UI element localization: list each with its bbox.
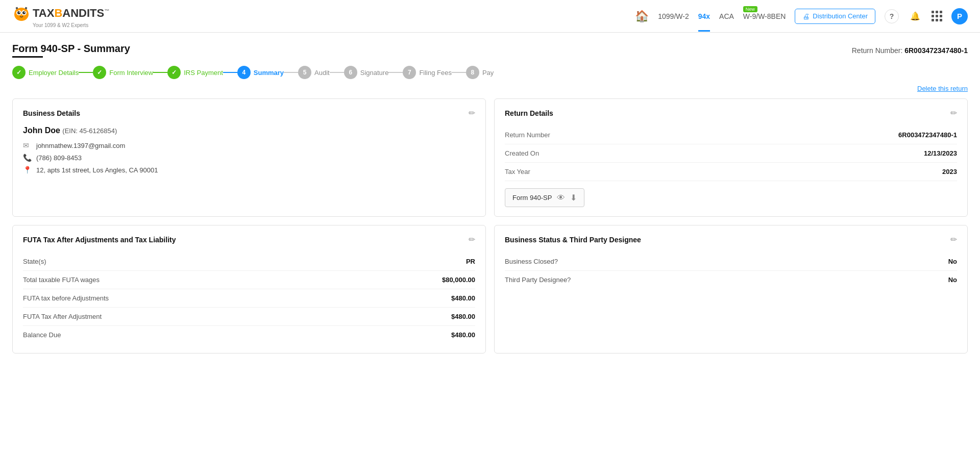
step-label-summary: Summary [254,69,284,77]
futa-row-2: FUTA tax before Adjustments $480.00 [23,289,475,308]
step-label-audit: Audit [314,69,330,77]
notifications-button[interactable]: 🔔 [908,9,922,23]
futa-value-0: PR [466,258,475,265]
step-label-pay: Pay [482,69,494,77]
step-circle-filing-fees: 7 [403,66,416,79]
business-closed-row: Business Closed? No [505,253,957,271]
nav-label-1099w2: 1099/W-2 [658,12,689,20]
business-status-card-header: Business Status & Third Party Designee ✏ [505,235,957,244]
svg-point-6 [24,12,25,13]
futa-row-3: FUTA Tax After Adjustment $480.00 [23,308,475,326]
email-icon: ✉ [23,141,32,149]
futa-title: FUTA Tax After Adjustments and Tax Liabi… [23,236,176,244]
stepper: ✓ Employer Details ✓ Form Interview ✓ IR… [12,66,968,79]
return-details-card-header: Return Details ✏ [505,108,957,118]
delete-return-link[interactable]: Delete this return [917,85,968,92]
created-on-label: Created On [505,149,539,157]
step-irs-payment[interactable]: ✓ IRS Payment [167,66,223,79]
view-form-button[interactable]: 👁 [557,193,565,203]
nav-1099w2[interactable]: 1099/W-2 [658,12,689,20]
business-details-card-header: Business Details ✏ [23,108,475,118]
step-circle-irs-payment: ✓ [167,66,181,79]
business-details-card: Business Details ✏ John Doe (EIN: 45-612… [12,98,486,217]
business-status-card: Business Status & Third Party Designee ✏… [494,225,968,354]
futa-value-4: $480.00 [451,331,475,339]
user-avatar[interactable]: P [951,8,968,24]
futa-row-0: State(s) PR [23,253,475,271]
return-number-row: Return Number 6R003472347480-1 [505,126,957,144]
created-on-row: Created On 12/13/2023 [505,144,957,163]
return-details-edit-button[interactable]: ✏ [950,108,957,118]
business-status-title: Business Status & Third Party Designee [505,236,641,244]
third-party-row: Third Party Designee? No [505,271,957,289]
business-status-edit-button[interactable]: ✏ [950,235,957,244]
form-badge-row: Form 940-SP 👁 ⬇ [505,188,957,207]
step-form-interview[interactable]: ✓ Form Interview [93,66,153,79]
home-icon[interactable]: 🏠 [635,10,649,23]
step-summary[interactable]: 4 Summary [237,66,284,79]
created-on-value: 12/13/2023 [924,149,957,157]
step-pay[interactable]: 8 Pay [466,66,494,79]
futa-label-2: FUTA tax before Adjustments [23,294,109,302]
logo-area: TAXBANDITS™ Your 1099 & W2 Experts [12,4,109,28]
printer-icon: 🖨 [802,12,810,20]
help-button[interactable]: ? [885,9,899,23]
step-employer-details[interactable]: ✓ Employer Details [12,66,79,79]
nav-label-aca: ACA [719,12,734,20]
apps-grid-button[interactable] [932,11,942,21]
step-audit[interactable]: 5 Audit [298,66,330,79]
futa-label-0: State(s) [23,258,46,265]
business-details-edit-button[interactable]: ✏ [469,108,475,118]
futa-value-2: $480.00 [451,294,475,302]
step-circle-signature: 6 [344,66,357,79]
business-ein: (EIN: 45-6126854) [62,127,117,135]
page-content: Form 940-SP - Summary Return Number: 6R0… [0,33,980,372]
business-address: 12, apts 1st street, Los Angles, CA 9000… [36,166,158,174]
location-icon: 📍 [23,166,32,174]
logo[interactable]: TAXBANDITS™ Your 1099 & W2 Experts [12,4,109,28]
logo-tagline: Your 1099 & W2 Experts [33,22,88,28]
futa-value-1: $80,000.00 [442,276,475,284]
page-title-row: Form 940-SP - Summary Return Number: 6R0… [12,43,968,58]
nav-w9w8ben[interactable]: New W-9/W-8BEN [743,12,786,20]
connector-3 [223,72,237,73]
download-form-button[interactable]: ⬇ [570,193,577,203]
business-email-row: ✉ johnmathew.1397@gmail.com [23,141,475,149]
step-filing-fees[interactable]: 7 Filing Fees [403,66,452,79]
return-number-field-value: 6R003472347480-1 [898,131,957,139]
tax-year-value: 2023 [942,168,957,175]
step-circle-summary: 4 [237,66,251,79]
header: TAXBANDITS™ Your 1099 & W2 Experts 🏠 109… [0,0,980,33]
futa-edit-button[interactable]: ✏ [469,235,475,244]
step-signature[interactable]: 6 Signature [344,66,389,79]
distribution-center-button[interactable]: 🖨 Distribution Center [795,9,875,24]
step-label-signature: Signature [360,69,389,77]
connector-7 [452,72,466,73]
step-circle-form-interview: ✓ [93,66,106,79]
nav-label-w9w8ben: W-9/W-8BEN [743,12,786,20]
nav-aca[interactable]: ACA [719,12,734,20]
form-badge-label: Form 940-SP [512,194,552,201]
return-number-value: 6R003472347480-1 [904,46,968,55]
futa-label-1: Total taxable FUTA wages [23,276,100,284]
svg-point-3 [17,11,20,14]
connector-6 [388,72,403,73]
futa-card-header: FUTA Tax After Adjustments and Tax Liabi… [23,235,475,244]
nav-94x[interactable]: 94x [698,12,710,20]
connector-5 [330,72,344,73]
top-cards-row: Business Details ✏ John Doe (EIN: 45-612… [12,98,968,217]
phone-icon: 📞 [23,154,32,162]
page-title: Form 940-SP - Summary [12,43,130,58]
futa-label-3: FUTA Tax After Adjustment [23,313,102,320]
new-badge: New [743,6,757,12]
return-details-card: Return Details ✏ Return Number 6R0034723… [494,98,968,217]
tax-year-row: Tax Year 2023 [505,163,957,181]
return-number-label: Return Number: [852,46,903,55]
business-name: John Doe (EIN: 45-6126854) [23,126,475,135]
step-circle-employer-details: ✓ [12,66,26,79]
tax-year-label: Tax Year [505,168,530,175]
business-address-row: 📍 12, apts 1st street, Los Angles, CA 90… [23,166,475,174]
distribution-center-label: Distribution Center [813,12,868,20]
futa-row-1: Total taxable FUTA wages $80,000.00 [23,271,475,289]
delete-link-row: Delete this return [12,84,968,92]
